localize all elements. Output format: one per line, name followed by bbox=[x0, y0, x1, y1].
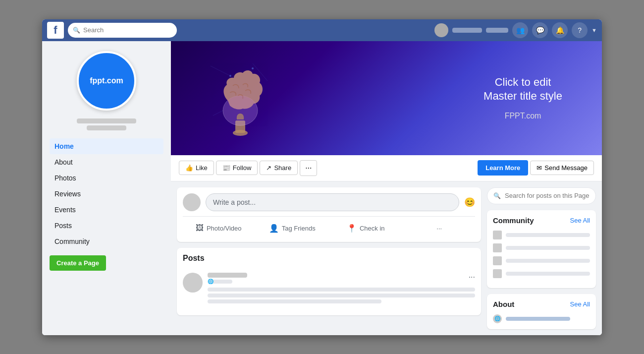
like-button[interactable]: 👍 Like bbox=[179, 161, 214, 175]
about-title: About bbox=[493, 300, 514, 308]
sidebar-search-icon: 🔍 bbox=[493, 192, 501, 199]
share-button[interactable]: ↗ Share bbox=[260, 161, 298, 175]
write-post-input[interactable]: Write a post... bbox=[206, 193, 459, 211]
list-item bbox=[493, 269, 590, 278]
profile-picture: fppt.com bbox=[77, 51, 136, 111]
write-post-box: Write a post... 😊 🖼 Photo/Video 👤 bbox=[177, 187, 481, 242]
cover-subtitle: FPPT.com bbox=[483, 112, 562, 120]
profile-pic-container: fppt.com bbox=[50, 51, 163, 111]
sidebar-item-reviews[interactable]: Reviews bbox=[50, 186, 163, 202]
post-avatar bbox=[183, 273, 203, 293]
more-post-options-button[interactable]: ··· bbox=[404, 221, 476, 236]
search-icon: 🔍 bbox=[73, 27, 80, 34]
photo-icon: 🖼 bbox=[196, 224, 204, 233]
community-rss-icon bbox=[493, 256, 502, 265]
nav-user-name-bar bbox=[452, 28, 482, 33]
browser-window: f 🔍 👥 💬 🔔 ? ▼ fppt.com bbox=[42, 19, 602, 335]
search-bar[interactable]: 🔍 bbox=[68, 23, 177, 38]
post-line-1 bbox=[208, 288, 475, 292]
main-content: Click to edit Master title style FPPT.co… bbox=[171, 41, 602, 335]
user-avatar bbox=[183, 193, 201, 211]
cover-photo: Click to edit Master title style FPPT.co… bbox=[171, 41, 602, 155]
posts-section: Posts 🌐 bbox=[177, 248, 481, 315]
svg-point-3 bbox=[223, 96, 258, 125]
follow-button[interactable]: 📰 Follow bbox=[216, 161, 258, 175]
list-item bbox=[493, 243, 590, 252]
post-line-3 bbox=[208, 299, 381, 303]
notifications-icon[interactable]: 🔔 bbox=[552, 22, 568, 38]
sidebar-navigation: Home About Photos Reviews Events Posts C… bbox=[50, 138, 163, 249]
clock-icon: 🌐 bbox=[208, 279, 214, 284]
sidebar-item-photos[interactable]: Photos bbox=[50, 170, 163, 186]
more-options-button[interactable]: ··· bbox=[300, 160, 317, 176]
community-like-bar bbox=[506, 246, 590, 250]
tag-icon: 👤 bbox=[269, 224, 279, 233]
about-box-header: About See All bbox=[493, 300, 590, 308]
feed-column: Write a post... 😊 🖼 Photo/Video 👤 bbox=[177, 187, 481, 329]
tag-friends-button[interactable]: 👤 Tag Friends bbox=[257, 221, 328, 236]
post-name-bar bbox=[208, 273, 247, 278]
community-box: Community See All bbox=[487, 210, 596, 288]
action-bar: 👍 Like 📰 Follow ↗ Share ··· Learn More ✉… bbox=[171, 155, 602, 181]
location-icon: 📍 bbox=[347, 224, 357, 233]
community-stat-bar bbox=[506, 233, 590, 237]
list-item: 🌐 bbox=[493, 314, 590, 323]
left-sidebar: fppt.com Home About Photos Reviews Event… bbox=[42, 41, 171, 335]
posts-header: Posts bbox=[183, 254, 475, 263]
svg-point-7 bbox=[229, 75, 231, 77]
emoji-icon[interactable]: 😊 bbox=[464, 197, 475, 208]
list-item bbox=[493, 256, 590, 265]
sidebar-search[interactable]: 🔍 bbox=[487, 187, 596, 204]
share-icon: ↗ bbox=[266, 164, 271, 172]
sidebar-item-about[interactable]: About bbox=[50, 154, 163, 170]
send-message-button[interactable]: ✉ Send Message bbox=[530, 161, 594, 175]
sidebar-item-events[interactable]: Events bbox=[50, 202, 163, 218]
sidebar-item-home[interactable]: Home bbox=[50, 138, 163, 154]
community-see-all[interactable]: See All bbox=[570, 217, 590, 224]
sidebar-item-posts[interactable]: Posts bbox=[50, 218, 163, 234]
cover-text: Click to edit Master title style FPPT.co… bbox=[483, 75, 562, 120]
create-page-button[interactable]: Create a Page bbox=[50, 255, 106, 271]
profile-logo-text: fppt.com bbox=[90, 76, 123, 85]
post-line-2 bbox=[208, 294, 475, 297]
sidebar-search-input[interactable] bbox=[505, 192, 590, 199]
list-item bbox=[493, 231, 590, 239]
message-icon: ✉ bbox=[537, 164, 542, 172]
follow-icon: 📰 bbox=[222, 164, 230, 172]
svg-point-8 bbox=[252, 67, 254, 69]
about-info-bar bbox=[506, 317, 570, 321]
about-box: About See All 🌐 bbox=[487, 294, 596, 329]
sidebar-item-community[interactable]: Community bbox=[50, 234, 163, 249]
facebook-logo-icon: f bbox=[47, 22, 64, 39]
community-follow-icon bbox=[493, 269, 502, 278]
nav-text-bar2 bbox=[486, 28, 508, 33]
community-like-icon bbox=[493, 243, 502, 252]
page-name-bar bbox=[77, 118, 136, 123]
page-name-bar2 bbox=[87, 125, 126, 130]
cover-brain-visual bbox=[191, 41, 290, 155]
friends-icon[interactable]: 👥 bbox=[512, 22, 528, 38]
community-follow-bar bbox=[506, 272, 590, 276]
community-rss-bar bbox=[506, 259, 590, 263]
brain-svg-illustration bbox=[208, 56, 272, 140]
thumbs-up-icon: 👍 bbox=[185, 164, 193, 172]
svg-line-4 bbox=[211, 66, 230, 76]
about-see-all[interactable]: See All bbox=[570, 300, 590, 308]
content-area: Write a post... 😊 🖼 Photo/Video 👤 bbox=[171, 181, 602, 335]
nav-dropdown-icon[interactable]: ▼ bbox=[591, 27, 597, 33]
messenger-icon[interactable]: 💬 bbox=[532, 22, 548, 38]
photo-video-button[interactable]: 🖼 Photo/Video bbox=[183, 221, 255, 236]
post-content: 🌐 ··· bbox=[208, 273, 475, 305]
learn-more-button[interactable]: Learn More bbox=[478, 160, 528, 176]
facebook-navbar: f 🔍 👥 💬 🔔 ? ▼ bbox=[42, 19, 602, 41]
svg-line-6 bbox=[213, 111, 223, 116]
search-input[interactable] bbox=[83, 26, 172, 34]
check-in-button[interactable]: 📍 Check in bbox=[330, 221, 402, 236]
post-actions: 🖼 Photo/Video 👤 Tag Friends 📍 Check in bbox=[183, 216, 475, 236]
help-icon[interactable]: ? bbox=[572, 22, 588, 38]
cover-title: Click to edit Master title style bbox=[483, 75, 562, 104]
post-time-bar: 🌐 bbox=[208, 280, 232, 284]
community-box-header: Community See All bbox=[493, 216, 590, 225]
page-layout: fppt.com Home About Photos Reviews Event… bbox=[42, 41, 602, 335]
post-more-options[interactable]: ··· bbox=[469, 273, 475, 282]
